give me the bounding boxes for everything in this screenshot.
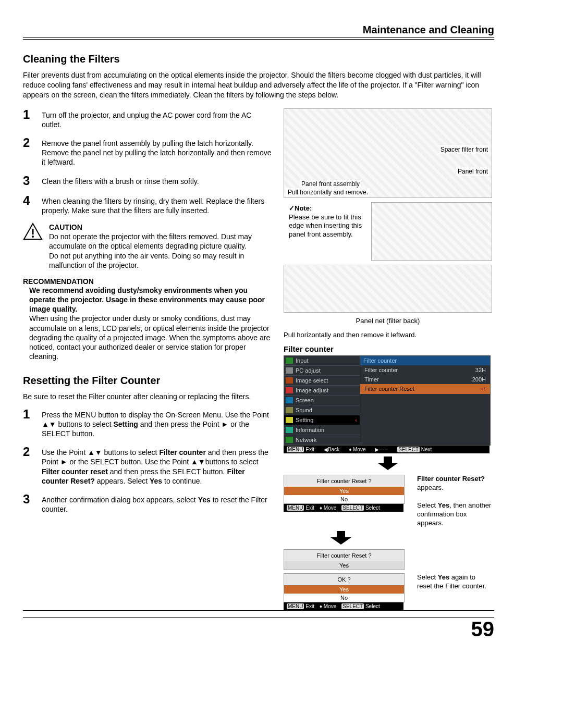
reset-step-2: 2 Use the Point ▲▼ buttons to select Fil… <box>23 446 273 486</box>
caution-text: Do not operate the projector with the fi… <box>49 232 252 250</box>
menu-item-imageselect[interactable]: Image select <box>284 376 360 386</box>
menu-item-input[interactable]: Input <box>284 356 360 366</box>
step-3: 3 Clean the filters with a brush or rins… <box>23 175 273 187</box>
reset-step-1: 1 Press the MENU button to display the O… <box>23 408 273 439</box>
caution-header: CAUTION <box>49 223 82 231</box>
step-number: 3 <box>23 493 34 514</box>
dialog-reset1: Filter counter Reset ? Yes No <box>284 475 405 504</box>
dialog-question: Filter counter Reset ? <box>284 550 404 561</box>
menu-item-setting[interactable]: Setting <box>284 415 360 425</box>
arrow-down-icon <box>331 531 492 546</box>
osd-footbar: MENU Exit ♦ Move SELECT Select <box>284 602 403 610</box>
reco-header: RECOMMENDATION <box>23 277 273 286</box>
diagram-spacer <box>371 202 492 261</box>
osd-line-timer[interactable]: Timer200H <box>360 375 490 384</box>
dialog-question: Filter counter Reset ? <box>284 475 404 487</box>
step-2: 2 Remove the panel front assembly by pul… <box>23 137 273 167</box>
menu-item-network[interactable]: Network <box>284 435 360 445</box>
step-1: 1 Turn off the projector, and unplug the… <box>23 108 273 129</box>
step-number: 1 <box>23 408 34 439</box>
step-text: Another confirmation dialog box appears,… <box>42 493 273 514</box>
step-text: Press the MENU button to display the On-… <box>42 408 273 439</box>
step-text: Use the Point ▲▼ buttons to select Filte… <box>42 446 273 486</box>
menu-item-imageadjust[interactable]: Image adjust <box>284 386 360 396</box>
reset-step-3: 3 Another confirmation dialog box appear… <box>23 493 273 514</box>
menu-item-information[interactable]: Information <box>284 425 360 435</box>
page-number: 59 <box>23 617 494 641</box>
osd-sidebar: Input PC adjust Image select Image adjus… <box>284 356 360 445</box>
dialog-opt-yes[interactable]: Yes <box>284 487 404 495</box>
step-text: When cleaning the filters by rinsing, dr… <box>42 194 273 215</box>
section1-intro: Filter prevents dust from accumulating o… <box>23 70 494 100</box>
menu-item-pcadjust[interactable]: PC adjust <box>284 366 360 376</box>
step-text: Turn off the projector, and unplug the A… <box>42 108 273 129</box>
step-text: Clean the filters with a brush or rinse … <box>42 175 199 187</box>
osd-panel-header: Filter counter <box>360 356 490 365</box>
right-column: Spacer filter front Panel front Panel fr… <box>284 108 492 610</box>
dialog-ok: OK ? Yes No <box>284 573 405 602</box>
dialog-opt-yes[interactable]: Yes <box>284 585 404 594</box>
step-4: 4 When cleaning the filters by rinsing, … <box>23 194 273 215</box>
arrow-down-icon <box>284 456 492 472</box>
dialog-opt-yes[interactable]: Yes <box>284 561 404 570</box>
svg-marker-4 <box>331 531 351 545</box>
dialog-reset2: Filter counter Reset ? Yes <box>284 549 405 570</box>
filter-counter-title: Filter counter <box>284 344 492 353</box>
dialog-question: OK ? <box>284 574 404 585</box>
chapter-title: Maintenance and Cleaning <box>23 24 494 38</box>
menu-item-sound[interactable]: Sound <box>284 405 360 415</box>
osd-line-reset[interactable]: Filter counter Reset↵ <box>360 384 490 394</box>
dialog-opt-no[interactable]: No <box>284 594 404 602</box>
osd-menu: Input PC adjust Image select Image adjus… <box>284 355 491 446</box>
diagram-caption: Pull horizontally and then remove it lef… <box>284 331 492 340</box>
dialog-opt-no[interactable]: No <box>284 495 404 503</box>
osd-panel: Filter counter Filter counter32H Timer20… <box>360 356 490 445</box>
diagram-panel-net <box>284 265 492 313</box>
step-number: 2 <box>23 446 34 486</box>
svg-point-2 <box>32 236 34 238</box>
section2-lead: Be sure to reset the Filter counter afte… <box>23 392 273 401</box>
caution-icon <box>23 223 43 240</box>
step-number: 4 <box>23 194 34 215</box>
reco-bold: We recommend avoiding dusty/smoky enviro… <box>29 286 273 314</box>
osd-line-filtercounter[interactable]: Filter counter32H <box>360 365 490 375</box>
left-column: 1 Turn off the projector, and unplug the… <box>23 108 273 610</box>
step-number: 1 <box>23 108 34 129</box>
step-number: 3 <box>23 175 34 187</box>
step-text: Remove the panel front assembly by pulli… <box>42 137 273 167</box>
section1-title: Cleaning the Filters <box>23 53 494 65</box>
section2-title: Resetting the Filter Counter <box>23 375 273 387</box>
note-block: ✓Note: Please be sure to fit this edge w… <box>289 204 367 260</box>
step-number: 2 <box>23 137 34 167</box>
osd-footbar: MENU Exit ♦ Move SELECT Select <box>284 504 403 512</box>
diagram-caption: Panel net (filter back) <box>284 317 492 326</box>
menu-item-screen[interactable]: Screen <box>284 396 360 405</box>
diagram-panel-front: Spacer filter front Panel front Panel fr… <box>284 108 492 198</box>
recommendation-block: RECOMMENDATION We recommend avoiding dus… <box>23 277 273 362</box>
reco-text: When using the projector under dusty or … <box>29 314 273 361</box>
side-note: Select Yes again to reset the Filter cou… <box>417 573 492 591</box>
osd-footbar: MENU Exit ◀Back ♦ Move ▶----- SELECT Nex… <box>284 446 489 453</box>
caution-text: Do not put anything into the air vents. … <box>49 252 244 269</box>
caution-block: CAUTION Do not operate the projector wit… <box>23 223 273 270</box>
svg-marker-3 <box>377 456 398 470</box>
side-note: Filter counter Reset? appears. Select Ye… <box>417 475 492 527</box>
